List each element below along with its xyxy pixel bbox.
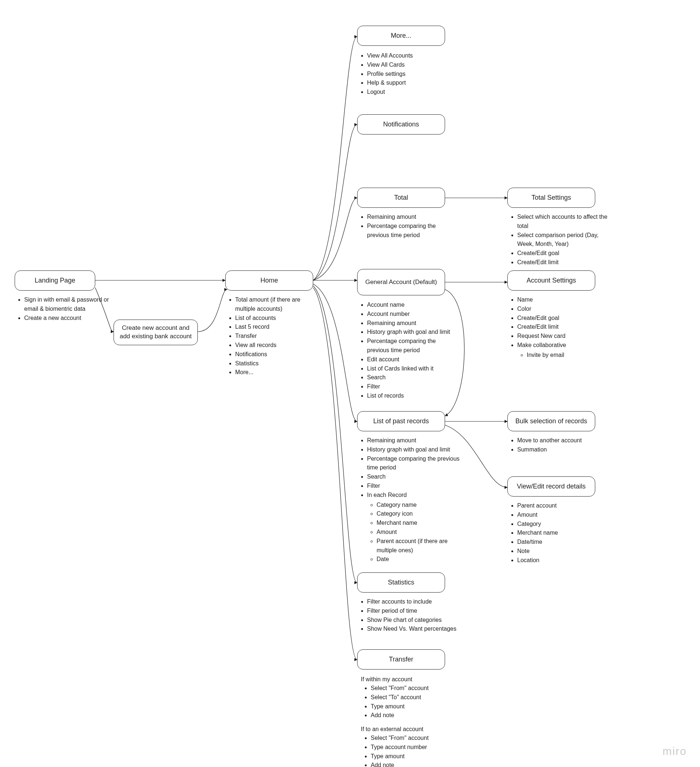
node-title: Statistics [388, 578, 414, 587]
node-transfer: Transfer [357, 649, 445, 670]
bullets-total-settings: Select which accounts to affect the tota… [509, 213, 612, 267]
bullets-statistics: Filter accounts to include Filter period… [359, 597, 462, 633]
bullets-total: Remaining amount Percentage comparing th… [359, 213, 454, 240]
transfer-intro-b: If to an external account [361, 725, 424, 734]
node-more: More... [357, 25, 445, 46]
node-title: General Account (Default) [365, 278, 437, 286]
transfer-intro-a: If within my account [361, 675, 413, 684]
node-account-settings: Account Settings [507, 271, 595, 291]
node-title: Bulk selection of records [515, 417, 587, 425]
bullets-view-edit-record: Parent account Amount Category Merchant … [509, 501, 612, 565]
node-title: List of past records [373, 417, 429, 425]
bullets-transfer-b: Select "From" account Type account numbe… [363, 734, 465, 767]
node-statistics: Statistics [357, 573, 445, 593]
node-general-account: General Account (Default) [357, 269, 445, 295]
node-bulk-selection: Bulk selection of records [507, 411, 595, 431]
node-title: Home [260, 276, 278, 285]
node-total: Total [357, 188, 445, 208]
bullets-landing: Sign in with email & password or email &… [16, 295, 111, 323]
node-home: Home [225, 271, 313, 291]
node-total-settings: Total Settings [507, 188, 595, 208]
node-title: Total Settings [532, 193, 571, 202]
node-title: Account Settings [526, 276, 576, 285]
bullets-general-account: Account name Account number Remaining am… [359, 301, 458, 401]
bullets-transfer-a: Select "From" account Select "To" accoun… [363, 684, 465, 720]
node-title: More... [391, 31, 411, 40]
node-past-records: List of past records [357, 411, 445, 431]
node-notifications: Notifications [357, 115, 445, 134]
bullets-more: View All Accounts View All Cards Profile… [359, 51, 451, 97]
bullets-bulk-selection: Move to another account Summation [509, 436, 612, 454]
node-title: Landing Page [35, 276, 75, 285]
node-landing-page: Landing Page [15, 271, 95, 291]
node-title: Create new account and add existing bank… [118, 324, 193, 341]
node-title: Transfer [389, 655, 413, 664]
miro-watermark: miro [663, 745, 687, 757]
bullets-account-settings: Name Color Create/Edit goal Create/Edit … [509, 295, 612, 360]
connectors-layer [0, 0, 700, 767]
node-create-account: Create new account and add existing bank… [114, 320, 198, 345]
bullets-home: Total amount (if there are multiple acco… [227, 295, 319, 377]
bullets-past-records: Remaining amount History graph with goal… [359, 436, 465, 564]
diagram-canvas: Landing Page Sign in with email & passwo… [0, 0, 700, 767]
node-title: Notifications [383, 120, 419, 129]
node-title: Total [394, 193, 408, 202]
node-title: View/Edit record details [517, 482, 586, 491]
node-view-edit-record: View/Edit record details [507, 476, 595, 496]
